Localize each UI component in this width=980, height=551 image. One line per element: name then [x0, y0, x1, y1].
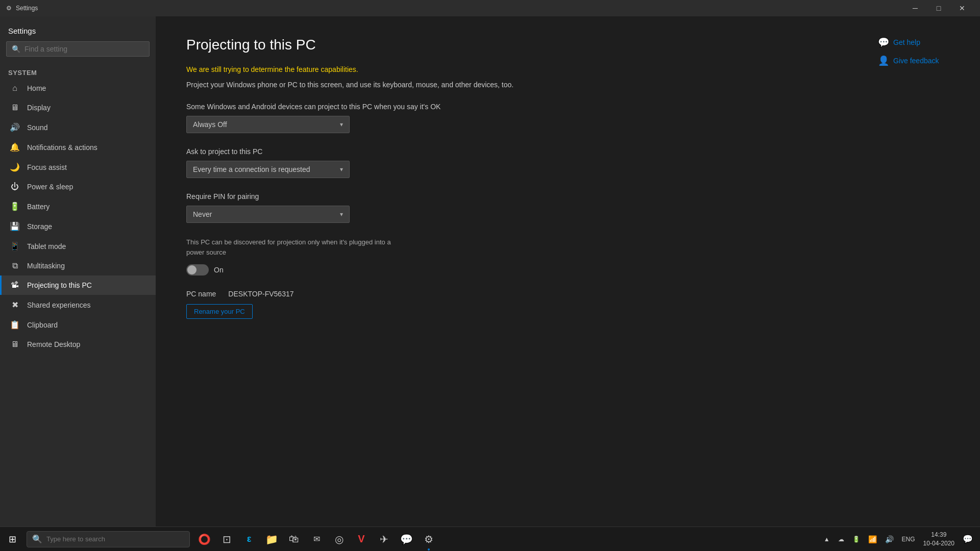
clock-time: 14:39	[923, 531, 954, 539]
sidebar-item-remote[interactable]: 🖥 Remote Desktop	[0, 335, 156, 354]
toggle-row: On	[186, 264, 847, 276]
clock-display: 14:39 10-04-2020	[923, 531, 954, 548]
sidebar-item-tablet[interactable]: 📱 Tablet mode	[0, 236, 156, 256]
title-bar: ⚙ Settings ─ □ ✕	[0, 0, 980, 16]
ask-section-label: Ask to project to this PC	[186, 147, 847, 156]
taskbar-search-input[interactable]	[46, 535, 184, 543]
taskbar-battery-tray[interactable]: 🔋	[849, 527, 863, 552]
sidebar-item-display[interactable]: 🖥 Display	[0, 98, 156, 117]
search-box[interactable]: 🔍	[6, 41, 150, 57]
taskbar-edge[interactable]: ε	[239, 527, 259, 552]
give-feedback-icon: 👤	[878, 55, 889, 66]
sidebar-item-label: Tablet mode	[27, 242, 66, 251]
sidebar-item-label: Battery	[27, 203, 50, 211]
give-feedback-link[interactable]: 👤 Give feedback	[878, 55, 970, 66]
pc-name-label: PC name	[186, 290, 216, 298]
sidebar-item-label: Focus assist	[27, 163, 67, 171]
give-feedback-label: Give feedback	[893, 57, 939, 65]
taskbar-telegram[interactable]: ✈	[374, 527, 394, 552]
ask-dropdown-arrow: ▾	[340, 166, 343, 173]
pin-section-label: Require PIN for pairing	[186, 192, 847, 201]
sidebar-item-focus[interactable]: 🌙 Focus assist	[0, 157, 156, 177]
taskbar-icons: ⭕ ⊡ ε 📁 🛍 ✉ ◎ V ✈ 💬 ⚙	[192, 527, 441, 552]
sidebar-item-label: Notifications & actions	[27, 143, 97, 152]
rename-pc-button[interactable]: Rename your PC	[186, 304, 253, 319]
taskbar-vivaldi[interactable]: V	[351, 527, 372, 552]
clock-date: 10-04-2020	[923, 539, 954, 548]
app-title: Settings	[0, 16, 156, 41]
taskbar-task-view[interactable]: ⊡	[216, 527, 237, 552]
search-icon: 🔍	[12, 45, 20, 53]
taskbar-volume[interactable]: 🔊	[882, 527, 897, 552]
start-button[interactable]: ⊞	[0, 527, 24, 552]
main-layout: Settings 🔍 System ⌂ Home 🖥 Display 🔊 Sou…	[0, 16, 980, 527]
project-dropdown-arrow: ▾	[340, 121, 343, 128]
taskbar-store[interactable]: 🛍	[284, 527, 304, 552]
ask-dropdown[interactable]: Every time a connection is requested ▾	[186, 161, 350, 178]
project-section-label: Some Windows and Android devices can pro…	[186, 103, 847, 111]
sidebar: Settings 🔍 System ⌂ Home 🖥 Display 🔊 Sou…	[0, 16, 156, 527]
taskbar-clock[interactable]: 14:39 10-04-2020	[920, 527, 958, 552]
sidebar-item-label: Multitasking	[27, 262, 65, 270]
project-dropdown[interactable]: Always Off ▾	[186, 116, 350, 133]
display-icon: 🖥	[10, 103, 20, 112]
sidebar-item-storage[interactable]: 💾 Storage	[0, 216, 156, 236]
taskbar-language[interactable]: ENG	[899, 527, 918, 552]
sidebar-item-battery[interactable]: 🔋 Battery	[0, 196, 156, 216]
storage-icon: 💾	[10, 221, 20, 231]
ask-dropdown-value: Every time a connection is requested	[193, 165, 310, 173]
sidebar-item-projecting[interactable]: 📽 Projecting to this PC	[0, 276, 156, 295]
page-title: Projecting to this PC	[186, 37, 847, 53]
pin-dropdown[interactable]: Never ▾	[186, 206, 350, 223]
taskbar-mail[interactable]: ✉	[306, 527, 327, 552]
pc-name-value: DESKTOP-FV56317	[228, 290, 293, 298]
taskbar-chevron[interactable]: ▲	[821, 527, 833, 552]
language-label: ENG	[902, 536, 915, 543]
get-help-link[interactable]: 💬 Get help	[878, 37, 970, 48]
taskbar-search-box[interactable]: 🔍	[27, 531, 190, 547]
minimize-button[interactable]: ─	[903, 0, 927, 16]
taskbar-cloud[interactable]: ☁	[835, 527, 847, 552]
toggle-knob	[187, 265, 197, 274]
power-icon: ⏻	[10, 182, 20, 191]
plugged-toggle[interactable]	[186, 264, 209, 276]
sidebar-item-notifications[interactable]: 🔔 Notifications & actions	[0, 137, 156, 157]
remote-icon: 🖥	[10, 340, 20, 349]
taskbar-chat[interactable]: 💬	[396, 527, 416, 552]
sidebar-item-multitasking[interactable]: ⧉ Multitasking	[0, 256, 156, 276]
plugged-note: This PC can be discovered for projection…	[186, 237, 401, 257]
notification-icon: 💬	[963, 534, 973, 544]
taskbar-settings[interactable]: ⚙	[419, 527, 439, 552]
battery-icon: 🔋	[10, 202, 20, 211]
maximize-button[interactable]: □	[927, 0, 950, 16]
title-bar-left: ⚙ Settings	[6, 5, 38, 12]
taskbar-cortana[interactable]: ⭕	[194, 527, 214, 552]
sidebar-item-label: Storage	[27, 222, 52, 231]
sidebar-item-shared[interactable]: ✖ Shared experiences	[0, 295, 156, 315]
sidebar-section-title: System	[0, 65, 156, 79]
taskbar-network[interactable]: 📶	[865, 527, 880, 552]
sidebar-item-home[interactable]: ⌂ Home	[0, 79, 156, 98]
content-area: Projecting to this PC We are still tryin…	[156, 16, 878, 527]
sidebar-item-label: Projecting to this PC	[27, 281, 92, 289]
taskbar-notification[interactable]: 💬	[960, 527, 976, 552]
sidebar-item-label: Home	[27, 84, 46, 92]
multitasking-icon: ⧉	[10, 261, 20, 270]
taskbar-chrome[interactable]: ◎	[329, 527, 349, 552]
close-button[interactable]: ✕	[950, 0, 974, 16]
search-input[interactable]	[24, 45, 144, 53]
projecting-icon: 📽	[10, 281, 20, 290]
sidebar-item-power[interactable]: ⏻ Power & sleep	[0, 177, 156, 196]
taskbar-explorer[interactable]: 📁	[261, 527, 282, 552]
taskbar: ⊞ 🔍 ⭕ ⊡ ε 📁 🛍 ✉ ◎ V ✈ 💬 ⚙ ▲ ☁ 🔋 📶 🔊 ENG …	[0, 527, 980, 551]
pin-dropdown-arrow: ▾	[340, 211, 343, 218]
sidebar-item-label: Sound	[27, 123, 47, 132]
sidebar-item-label: Display	[27, 104, 51, 112]
sidebar-item-sound[interactable]: 🔊 Sound	[0, 117, 156, 137]
sidebar-item-label: Power & sleep	[27, 183, 73, 191]
sidebar-item-label: Clipboard	[27, 321, 58, 329]
pc-name-row: PC name DESKTOP-FV56317	[186, 290, 847, 298]
settings-icon: ⚙	[6, 5, 12, 12]
title-bar-title: Settings	[16, 5, 38, 12]
sidebar-item-clipboard[interactable]: 📋 Clipboard	[0, 315, 156, 335]
